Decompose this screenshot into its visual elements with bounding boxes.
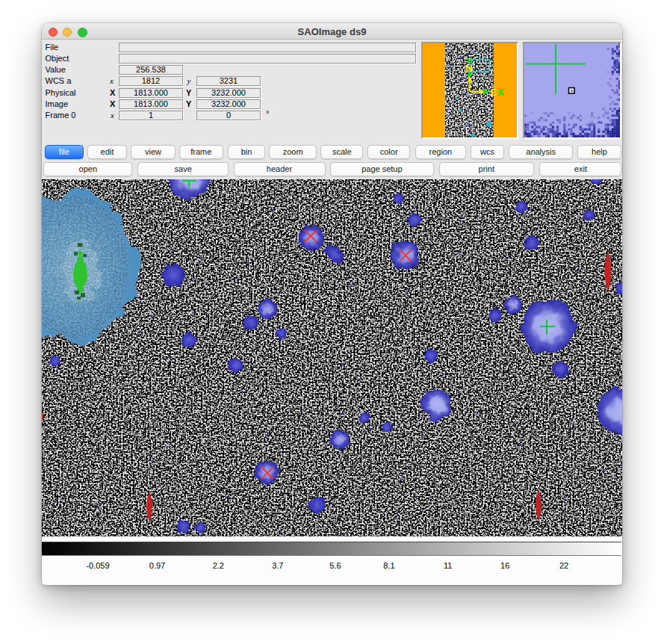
svg-text:Y: Y (466, 55, 473, 66)
svg-text:E: E (491, 87, 497, 98)
svg-text:X: X (497, 87, 504, 98)
